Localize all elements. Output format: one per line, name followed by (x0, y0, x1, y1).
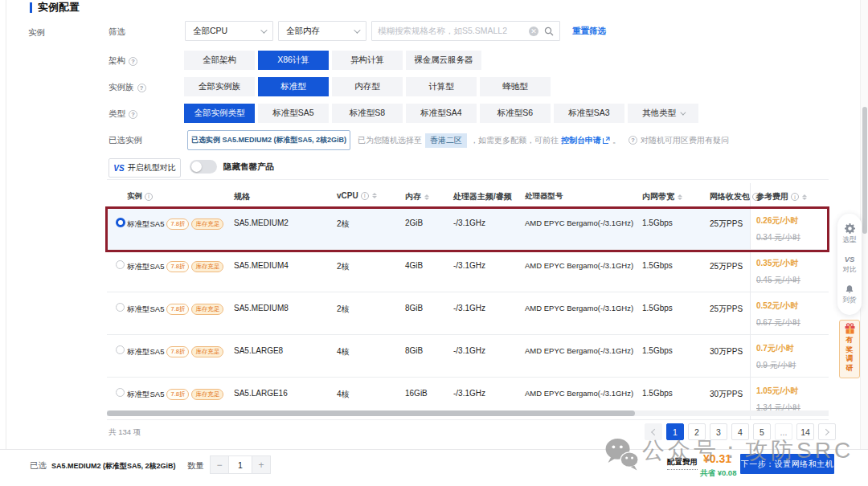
spec-search-input[interactable]: 模糊搜索规格名称，如S5.SMALL2 ✕ (371, 21, 560, 41)
next-page-button[interactable] (818, 423, 836, 440)
quantity-minus-button[interactable]: − (210, 455, 229, 474)
price-column-header[interactable]: 参考费用i (756, 191, 807, 202)
pps-column-header[interactable]: 网络收发包i (710, 191, 760, 202)
price-current: 0.7元/小时 (756, 343, 796, 354)
stock-badge: 库存充足 (191, 346, 223, 357)
family-option-memory[interactable]: 内存型 (332, 77, 403, 96)
cpu-select[interactable]: 全部CPU (185, 21, 273, 41)
tool-arrival[interactable]: 到货 (843, 284, 857, 305)
radio-icon[interactable] (116, 345, 125, 354)
table-row[interactable]: 标准型SA57.8折库存充足 SA5.LARGE8 4核 8GiB -/3.1G… (107, 335, 829, 378)
cell-mem: 16GiB (405, 389, 428, 398)
discount-badge: 7.8折 (166, 261, 189, 272)
type-option-sa3[interactable]: 标准型SA3 (554, 104, 624, 123)
reset-filter-link[interactable]: 重置筛选 (572, 26, 606, 37)
family-option-all[interactable]: 全部实例族 (184, 77, 255, 96)
info-circle-icon[interactable]: i (361, 192, 369, 200)
arch-option-x86[interactable]: X86计算 (258, 51, 329, 70)
console-apply-link[interactable]: 控制台申请 (561, 135, 610, 146)
cell-mem: 8GiB (405, 304, 423, 312)
type-option-s6[interactable]: 标准型S6 (480, 104, 551, 123)
table-row[interactable]: 标准型SA57.8折库存充足 SA5.MEDIUM4 2核 4GiB -/3.1… (107, 250, 829, 292)
price-original: 0.34 元/小时 (756, 232, 800, 243)
quantity-plus-button[interactable]: + (252, 455, 271, 474)
type-option-other[interactable]: 其他类型 (628, 104, 698, 123)
sort-icon[interactable] (802, 194, 807, 200)
cell-vcpu: 2核 (337, 261, 350, 272)
sort-icon[interactable] (372, 193, 377, 198)
bandwidth-column-header[interactable]: 内网带宽 (642, 191, 682, 202)
search-icon[interactable] (544, 27, 554, 36)
info-circle-icon[interactable]: i (145, 193, 153, 201)
memory-select[interactable]: 全部内存 (278, 21, 366, 41)
bell-icon (845, 284, 854, 294)
radio-icon[interactable] (116, 303, 125, 312)
zone-fee-question[interactable]: 对随机可用区费用有疑问 (641, 135, 729, 146)
instance-config-page: 实例配置 实例 筛选 全部CPU 全部内存 模糊搜索规格名称，如S5.SMALL… (0, 0, 868, 486)
type-option-sa4[interactable]: 标准型SA4 (406, 104, 477, 123)
page-button-3[interactable]: 3 (710, 423, 727, 440)
survey-widget[interactable]: 有奖调研 (839, 320, 860, 378)
tool-compare[interactable]: VS 对比 (843, 255, 857, 275)
question-circle-icon[interactable]: ? (137, 84, 146, 92)
page-button-1[interactable]: 1 (666, 423, 684, 440)
page-button-2[interactable]: 2 (688, 423, 706, 440)
prev-page-button[interactable] (645, 423, 662, 440)
horizontal-scrollbar[interactable] (107, 410, 829, 416)
horizontal-scrollbar-thumb[interactable] (107, 410, 635, 416)
cell-spec: SA5.MEDIUM4 (234, 261, 289, 270)
type-option-s8[interactable]: 标准型S8 (332, 104, 403, 123)
table-row[interactable]: 标准型SA57.8折库存充足 SA5.MEDIUM8 2核 8GiB -/3.1… (107, 292, 829, 335)
page-ellipsis[interactable]: ... (775, 423, 792, 440)
cell-price: 1.05元/小时1.34 元/小时 (756, 386, 800, 414)
type-option-all[interactable]: 全部实例类型 (184, 104, 255, 123)
question-circle-icon[interactable]: ? (129, 57, 137, 66)
arch-option-baremetal[interactable]: 裸金属云服务器 (406, 51, 481, 70)
vertical-scrollbar-thumb[interactable] (862, 107, 867, 234)
clear-icon[interactable]: ✕ (529, 27, 538, 36)
sort-icon[interactable] (424, 194, 429, 200)
family-row-label: 实例族? (108, 82, 146, 93)
next-step-button[interactable]: 下一步：设置网络和主机 (740, 454, 834, 474)
family-option-compute[interactable]: 计算型 (406, 77, 477, 96)
info-circle-icon[interactable]: i (791, 193, 799, 201)
instance-family-label: 标准型SA5 (127, 262, 164, 272)
family-option-fengchi[interactable]: 蜂驰型 (480, 77, 551, 96)
discount-badge: 7.8折 (166, 389, 189, 400)
radio-icon[interactable] (116, 260, 125, 269)
cell-radio (116, 218, 125, 227)
quantity-label: 数量 (187, 460, 204, 472)
question-circle-icon[interactable]: ? (129, 110, 137, 119)
family-option-standard[interactable]: 标准型 (258, 77, 329, 96)
compare-models-button[interactable]: VS 开启机型对比 (108, 158, 181, 178)
arch-option-heterogeneous[interactable]: 异构计算 (332, 51, 403, 70)
arch-option-all[interactable]: 全部架构 (184, 51, 255, 70)
page-button-5[interactable]: 5 (753, 423, 771, 440)
search-placeholder: 模糊搜索规格名称，如S5.SMALL2 (378, 26, 529, 37)
column-header-label: 规格 (234, 191, 250, 202)
type-option-sa5[interactable]: 标准型SA5 (258, 104, 329, 123)
radio-selected-icon[interactable] (116, 218, 125, 227)
cell-radio (116, 388, 125, 397)
table-row[interactable]: 标准型SA57.8折库存充足 SA5.MEDIUM2 2核 2GiB -/3.1… (107, 207, 829, 250)
page-button-14[interactable]: 14 (796, 423, 814, 440)
memory-column-header[interactable]: 内存 (405, 191, 429, 202)
gear-icon (845, 223, 855, 234)
sort-icon[interactable] (678, 194, 682, 200)
price-current: 0.26元/小时 (756, 215, 800, 227)
hide-soldout-toggle[interactable] (190, 160, 217, 174)
vcpu-column-header[interactable]: vCPUi (337, 191, 377, 200)
page-title: 实例配置 (30, 1, 80, 14)
radio-icon[interactable] (116, 388, 125, 397)
tool-selection[interactable]: 选型 (843, 223, 857, 245)
cell-vcpu: 2核 (337, 218, 350, 230)
page-button-4[interactable]: 4 (731, 423, 749, 440)
cell-spec: SA5.LARGE8 (234, 346, 283, 355)
table-top-divider (107, 179, 829, 180)
fee-label[interactable]: 配置费用 (667, 457, 698, 470)
instance-table: 实例i 规格 vCPUi 内存 处理器主频/睿频 处理器型号 内网带宽 网络收发… (107, 183, 829, 420)
footer-selected-value: SA5.MEDIUM2 (标准型SA5, 2核2GiB) (51, 461, 176, 472)
instance-family-label: 标准型SA5 (127, 390, 164, 400)
cell-price: 0.35元/小时0.45 元/小时 (756, 258, 800, 286)
column-header-label: 内网带宽 (642, 191, 674, 202)
